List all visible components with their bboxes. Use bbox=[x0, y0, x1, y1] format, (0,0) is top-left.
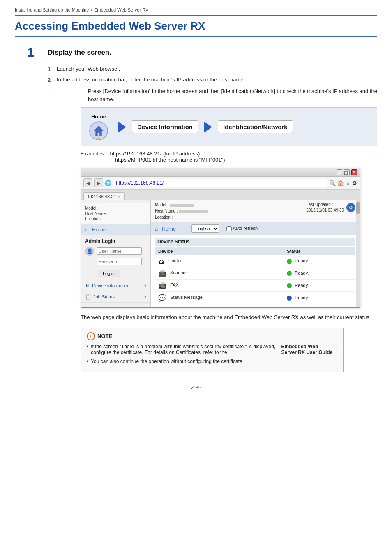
status-text: Ready. bbox=[295, 258, 309, 263]
password-row bbox=[85, 258, 146, 265]
step2-note-para: Press [Device Information] in the home s… bbox=[88, 87, 377, 103]
admin-title: Admin Login bbox=[85, 238, 146, 244]
diagram-label-1: Device Information bbox=[132, 120, 198, 133]
home-icon: 🖐 bbox=[89, 121, 108, 140]
search-icon[interactable]: 🔍 bbox=[329, 180, 336, 186]
device-name: Printer bbox=[168, 258, 182, 263]
status-text: Ready. bbox=[295, 283, 309, 288]
browser-window: ─ □ ✕ ◀ ▶ 🌐 https://192.168.48.21/ 🔍 🏠 ☆… bbox=[81, 168, 360, 308]
browser-content: Model : Host Name : Location : ⌂ Home Ad… bbox=[81, 200, 360, 307]
sub-steps: 1 Launch your Web browser. 2 In the addr… bbox=[48, 66, 377, 372]
page-title: Accessing Embedded Web Server RX bbox=[15, 20, 377, 37]
sub-step-2-number: 2 bbox=[48, 77, 55, 83]
col-status: Status bbox=[284, 247, 355, 255]
table-row: 📠 Scanner Ready. bbox=[155, 267, 355, 280]
address-text: https://192.168.48.21/ bbox=[116, 180, 164, 186]
password-input[interactable] bbox=[97, 258, 142, 265]
note-title: NOTE bbox=[97, 333, 112, 339]
sub-step-2: 2 In the address or location bar, enter … bbox=[48, 76, 377, 83]
note-bullet-item: If the screen "There is a problem with t… bbox=[87, 344, 337, 355]
diagram-box: Home 🖐 Device Information Identification… bbox=[81, 107, 377, 146]
note-bullet-item: You can also continue the operation with… bbox=[87, 358, 337, 364]
note-header: ! NOTE bbox=[87, 332, 337, 340]
tools-icon[interactable]: ⚙ bbox=[352, 180, 357, 186]
status-cell: Ready bbox=[284, 292, 355, 304]
tab-close-button[interactable]: × bbox=[118, 194, 120, 199]
browser-tabs: 192.168.48.21 × bbox=[81, 190, 360, 200]
sidebar-job-status-link[interactable]: 📋 Job Status > bbox=[81, 291, 150, 303]
device-name: FAX bbox=[170, 282, 179, 287]
breadcrumb: Installing and Setting up the Machine > … bbox=[15, 7, 377, 16]
last-updated-label: Last Updated : bbox=[306, 202, 344, 208]
status-text: Ready bbox=[295, 295, 308, 300]
forward-button[interactable]: ▶ bbox=[94, 178, 103, 187]
status-indicator bbox=[287, 296, 292, 301]
step1-title: Display the screen. bbox=[48, 49, 111, 57]
login-button[interactable]: Login bbox=[97, 270, 120, 277]
model-info: Model : bbox=[155, 203, 168, 207]
svg-text:🖐: 🖐 bbox=[97, 136, 100, 140]
username-row: 👤 bbox=[85, 247, 146, 256]
examples-block: Examples: https://192.168.48.21/ (for IP… bbox=[81, 150, 377, 163]
back-button[interactable]: ◀ bbox=[83, 178, 92, 187]
device-icon: 💬 bbox=[158, 294, 166, 301]
table-row: 💬 Status Message Ready bbox=[155, 292, 355, 304]
arrow-2 bbox=[204, 121, 212, 133]
username-input[interactable] bbox=[97, 247, 142, 255]
device-icon: 📠 bbox=[158, 270, 166, 277]
home-nav-link[interactable]: Home bbox=[92, 227, 106, 233]
user-icon: 👤 bbox=[85, 247, 94, 256]
tab-label: 192.168.48.21 bbox=[87, 194, 116, 199]
device-icon: 🖨 bbox=[158, 257, 165, 264]
auto-refresh-checkbox-container: Auto-refresh bbox=[226, 226, 258, 231]
device-info-arrow-icon: > bbox=[144, 284, 146, 288]
status-cell: Ready. bbox=[284, 255, 355, 267]
main-nav-bar: ⌂ Home English Auto-refresh bbox=[151, 222, 360, 235]
device-status-panel: Device Status Device Status 🖨 Printer bbox=[151, 235, 360, 307]
device-cell: 🖨 Printer bbox=[155, 255, 284, 267]
status-indicator bbox=[287, 271, 292, 276]
home-text: Home bbox=[91, 113, 106, 120]
favorites-icon[interactable]: ☆ bbox=[346, 180, 350, 186]
note-box: ! NOTE If the screen "There is a problem… bbox=[81, 328, 344, 372]
sub-step-1: 1 Launch your Web browser. bbox=[48, 66, 377, 72]
close-button[interactable]: ✕ bbox=[351, 169, 357, 175]
language-select[interactable]: English bbox=[191, 224, 219, 233]
refresh-button[interactable]: ↺ bbox=[346, 203, 355, 212]
sub-step-1-text: Launch your Web browser. bbox=[57, 66, 377, 72]
device-info-link-label: Device Information bbox=[92, 283, 130, 288]
home-nav-icon: ⌂ bbox=[85, 226, 88, 233]
minimize-button[interactable]: ─ bbox=[337, 169, 342, 175]
address-bar[interactable]: https://192.168.48.21/ bbox=[113, 179, 327, 187]
browser-icons: 🔍 🏠 ☆ ⚙ bbox=[329, 180, 357, 186]
table-row: 🖨 Printer Ready. bbox=[155, 255, 355, 267]
sidebar-nav-bar: ⌂ Home bbox=[81, 224, 150, 235]
examples-label: Examples: bbox=[81, 150, 106, 157]
model-label: Model : bbox=[85, 206, 146, 210]
last-updated-value: 2013/11/01 03:49:39 bbox=[306, 208, 344, 213]
job-status-arrow-icon: > bbox=[144, 295, 146, 299]
admin-panel: Admin Login 👤 Login bbox=[81, 235, 150, 280]
diagram-label-2: Identification/Network bbox=[218, 120, 293, 133]
status-indicator bbox=[287, 259, 292, 264]
description-text: The web page displays basic information … bbox=[81, 313, 377, 322]
device-cell: 💬 Status Message bbox=[155, 292, 284, 304]
sidebar-device-info-link[interactable]: 🖥 Device Information > bbox=[81, 280, 150, 291]
device-info-link-icon: 🖥 bbox=[85, 283, 90, 289]
home-browser-icon[interactable]: 🏠 bbox=[337, 180, 344, 186]
auto-refresh-label: Auto-refresh bbox=[233, 226, 258, 231]
device-status-title: Device Status bbox=[155, 238, 355, 246]
status-cell: Ready. bbox=[284, 267, 355, 280]
browser-sidebar: Model : Host Name : Location : ⌂ Home Ad… bbox=[81, 200, 151, 307]
hostname-label: Host Name : bbox=[85, 211, 146, 216]
note-bullets-container: If the screen "There is a problem with t… bbox=[87, 344, 337, 364]
examples-line2: https://MFP001 (if the host name is "MFP… bbox=[115, 157, 225, 163]
scrollbar[interactable] bbox=[356, 200, 360, 307]
auto-refresh-checkbox[interactable] bbox=[226, 226, 232, 231]
scrollbar-thumb bbox=[356, 202, 360, 214]
maximize-button[interactable]: □ bbox=[344, 169, 350, 175]
home-label-container: Home 🖐 bbox=[89, 113, 108, 140]
browser-tab[interactable]: 192.168.48.21 × bbox=[83, 192, 125, 200]
main-home-nav-link[interactable]: Home bbox=[161, 226, 176, 232]
browser-titlebar: ─ □ ✕ bbox=[81, 168, 360, 177]
